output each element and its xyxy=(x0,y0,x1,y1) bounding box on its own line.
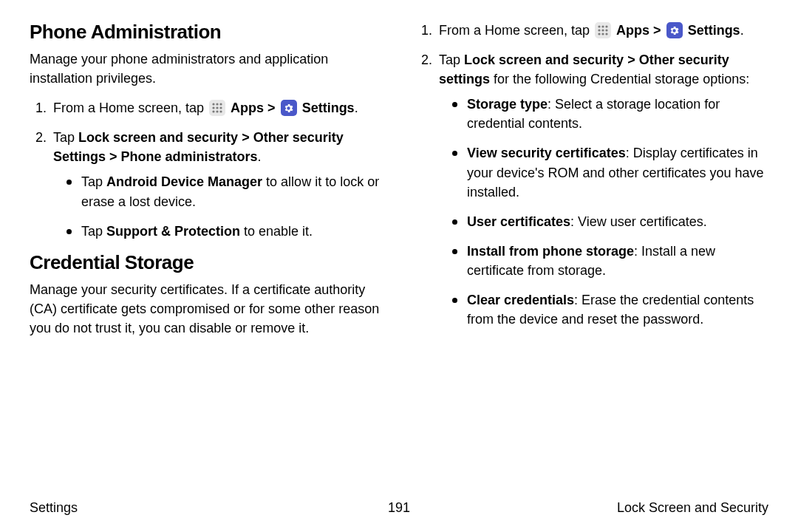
settings-label: Settings xyxy=(302,100,355,115)
list-item: Clear credentials: Erase the credential … xyxy=(452,290,768,329)
phone-admin-substeps: Tap Android Device Manager to allow it t… xyxy=(53,172,383,240)
option-name: View security certificates xyxy=(467,146,626,160)
svg-point-0 xyxy=(212,103,214,106)
settings-icon xyxy=(281,100,297,116)
svg-point-7 xyxy=(216,111,218,113)
svg-point-12 xyxy=(598,30,600,32)
option-name: Install from phone storage xyxy=(467,244,634,259)
list-item: Storage type: Select a storage location … xyxy=(452,95,768,133)
settings-label: Settings xyxy=(688,23,740,38)
svg-point-1 xyxy=(216,103,218,106)
option-name: Support & Protection xyxy=(106,224,240,239)
svg-point-17 xyxy=(605,33,607,35)
svg-point-5 xyxy=(219,107,222,109)
settings-icon xyxy=(666,22,683,38)
option-name: Clear credentials xyxy=(467,293,574,307)
svg-point-3 xyxy=(212,107,214,109)
text: . xyxy=(355,100,358,115)
page-footer: Settings 191 Lock Screen and Security xyxy=(30,500,768,516)
list-item: View security certificates: Display cert… xyxy=(452,143,768,201)
text: From a Home screen, tap xyxy=(53,100,208,115)
page-body: Phone Administration Manage your phone a… xyxy=(0,0,798,348)
svg-point-8 xyxy=(219,111,222,113)
svg-point-11 xyxy=(605,26,607,28)
breadcrumb-separator: > xyxy=(264,100,279,115)
list-item: Tap Android Device Manager to allow it t… xyxy=(66,172,383,211)
credential-storage-description: Manage your security certificates. If a … xyxy=(30,280,383,338)
footer-section-label: Settings xyxy=(30,500,388,516)
list-item: Install from phone storage: Install a ne… xyxy=(452,242,768,280)
option-name: Storage type xyxy=(467,97,548,112)
step-item: Tap Lock screen and security > Other sec… xyxy=(436,50,768,329)
apps-icon xyxy=(595,22,611,38)
text: From a Home screen, tap xyxy=(439,23,593,38)
step-item: From a Home screen, tap Apps > Settings. xyxy=(50,98,383,117)
text: to enable it. xyxy=(240,224,313,239)
phone-admin-steps: From a Home screen, tap Apps > Settings.… xyxy=(30,98,383,241)
svg-point-2 xyxy=(219,103,222,106)
text: Tap xyxy=(81,174,106,189)
list-item: Tap Support & Protection to enable it. xyxy=(66,222,383,241)
svg-point-6 xyxy=(212,111,214,113)
svg-point-10 xyxy=(601,26,604,28)
heading-credential-storage: Credential Storage xyxy=(30,251,383,274)
step-item: Tap Lock screen and security > Other sec… xyxy=(50,128,383,240)
text: Tap xyxy=(53,130,78,145)
page-number: 191 xyxy=(388,500,410,516)
svg-point-9 xyxy=(598,26,600,28)
right-column: From a Home screen, tap Apps > Settings.… xyxy=(415,21,768,348)
svg-point-15 xyxy=(598,33,600,35)
apps-label: Apps xyxy=(231,100,264,115)
apps-label: Apps xyxy=(616,23,649,38)
phone-admin-description: Manage your phone administrators and app… xyxy=(30,50,383,88)
credential-storage-steps: From a Home screen, tap Apps > Settings.… xyxy=(415,21,768,329)
text: for the following Credential storage opt… xyxy=(490,72,749,86)
list-item: User certificates: View user certificate… xyxy=(452,212,768,231)
svg-point-14 xyxy=(605,30,607,32)
text: Tap xyxy=(439,52,464,67)
option-name: User certificates xyxy=(467,214,570,229)
nav-path: Lock screen and security > Other securit… xyxy=(53,130,344,164)
svg-point-4 xyxy=(216,107,218,109)
apps-icon xyxy=(209,100,225,116)
text: : View user certificates. xyxy=(570,214,707,229)
credential-options: Storage type: Select a storage location … xyxy=(439,95,768,329)
svg-point-16 xyxy=(601,33,604,35)
svg-point-13 xyxy=(601,30,604,32)
text: Tap xyxy=(81,224,106,239)
left-column: Phone Administration Manage your phone a… xyxy=(30,21,383,348)
breadcrumb-separator: > xyxy=(649,23,665,38)
step-item: From a Home screen, tap Apps > Settings. xyxy=(436,21,768,40)
footer-chapter-label: Lock Screen and Security xyxy=(410,500,768,516)
text: . xyxy=(258,149,262,164)
option-name: Android Device Manager xyxy=(106,174,262,189)
text: . xyxy=(740,23,744,38)
heading-phone-administration: Phone Administration xyxy=(30,21,383,44)
